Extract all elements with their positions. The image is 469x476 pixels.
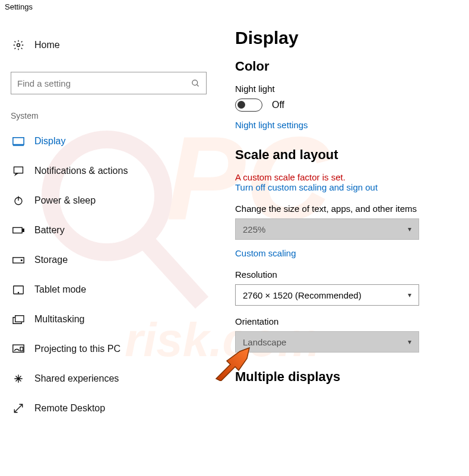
sidebar-item-storage[interactable]: Storage <box>11 245 230 275</box>
remote-icon <box>11 403 26 414</box>
resolution-label: Resolution <box>235 269 458 280</box>
sidebar-item-remote[interactable]: Remote Desktop <box>11 394 230 423</box>
search-icon <box>191 79 200 88</box>
sidebar-item-notifications[interactable]: Notifications & actions <box>11 156 230 186</box>
sidebar-item-power[interactable]: Power & sleep <box>11 186 230 215</box>
sidebar-item-multitasking[interactable]: Multitasking <box>11 304 230 334</box>
home-label: Home <box>34 40 60 50</box>
tablet-icon <box>11 285 26 294</box>
svg-rect-13 <box>23 229 24 232</box>
gear-icon <box>11 39 26 51</box>
orientation-label: Orientation <box>235 316 458 326</box>
orientation-select[interactable]: Landscape ▾ <box>235 331 419 353</box>
chevron-down-icon: ▾ <box>408 291 411 299</box>
svg-rect-7 <box>13 137 24 144</box>
svg-point-4 <box>17 44 20 47</box>
orientation-value: Landscape <box>243 337 286 347</box>
turn-off-scaling-link[interactable]: Turn off custom scaling and sign out <box>235 182 378 192</box>
nav-label: Battery <box>34 225 65 236</box>
category-label: System <box>11 111 230 120</box>
chevron-down-icon: ▾ <box>408 225 411 233</box>
main-panel: Display Color Night light Off Night ligh… <box>230 14 458 423</box>
svg-line-6 <box>197 84 198 86</box>
power-icon <box>11 195 26 206</box>
night-light-toggle[interactable] <box>235 99 262 112</box>
page-title: Display <box>235 28 458 48</box>
night-light-state: Off <box>272 100 284 110</box>
sidebar-item-display[interactable]: Display <box>11 126 230 156</box>
nav-label: Storage <box>34 255 68 265</box>
window-title: Settings <box>0 0 469 14</box>
storage-icon <box>11 257 26 264</box>
section-multiple-displays: Multiple displays <box>235 369 458 385</box>
size-label: Change the size of text, apps, and other… <box>235 204 458 214</box>
svg-point-5 <box>192 80 198 85</box>
sidebar: Home System Display Notifications & acti… <box>11 14 230 423</box>
sidebar-item-battery[interactable]: Battery <box>11 215 230 245</box>
chat-icon <box>11 166 26 176</box>
svg-rect-12 <box>13 227 22 233</box>
nav-label: Remote Desktop <box>34 403 105 414</box>
sidebar-item-tablet[interactable]: Tablet mode <box>11 275 230 304</box>
svg-rect-18 <box>15 315 24 322</box>
svg-point-15 <box>21 259 22 261</box>
search-field[interactable] <box>17 78 191 88</box>
custom-scale-warning: A custom scale factor is set. <box>235 172 458 182</box>
nav-label: Power & sleep <box>34 195 96 206</box>
sidebar-item-shared[interactable]: Shared experiences <box>11 364 230 394</box>
section-color: Color <box>235 59 458 74</box>
battery-icon <box>11 227 26 234</box>
sidebar-item-projecting[interactable]: Projecting to this PC <box>11 334 230 364</box>
search-input[interactable] <box>11 72 207 94</box>
custom-scaling-link[interactable]: Custom scaling <box>235 248 296 258</box>
projecting-icon <box>11 344 26 354</box>
resolution-select[interactable]: 2760 × 1520 (Recommended) ▾ <box>235 284 419 306</box>
nav-label: Multitasking <box>34 314 84 325</box>
svg-rect-20 <box>20 347 23 351</box>
chevron-down-icon: ▾ <box>408 338 411 346</box>
nav-label: Shared experiences <box>34 373 119 384</box>
scale-value: 225% <box>243 224 265 234</box>
night-light-label: Night light <box>235 84 458 94</box>
section-scale: Scale and layout <box>235 147 458 163</box>
scale-select[interactable]: 225% ▾ <box>235 218 419 240</box>
nav-label: Notifications & actions <box>34 166 128 176</box>
home-button[interactable]: Home <box>11 30 230 60</box>
svg-point-17 <box>18 292 18 293</box>
multitask-icon <box>11 315 26 324</box>
night-light-settings-link[interactable]: Night light settings <box>235 120 308 130</box>
nav-label: Display <box>34 136 65 147</box>
resolution-value: 2760 × 1520 (Recommended) <box>243 290 362 300</box>
svg-rect-9 <box>14 167 23 173</box>
shared-icon <box>11 373 26 384</box>
nav-label: Tablet mode <box>34 284 86 295</box>
display-icon <box>11 137 26 146</box>
nav-label: Projecting to this PC <box>34 344 121 354</box>
